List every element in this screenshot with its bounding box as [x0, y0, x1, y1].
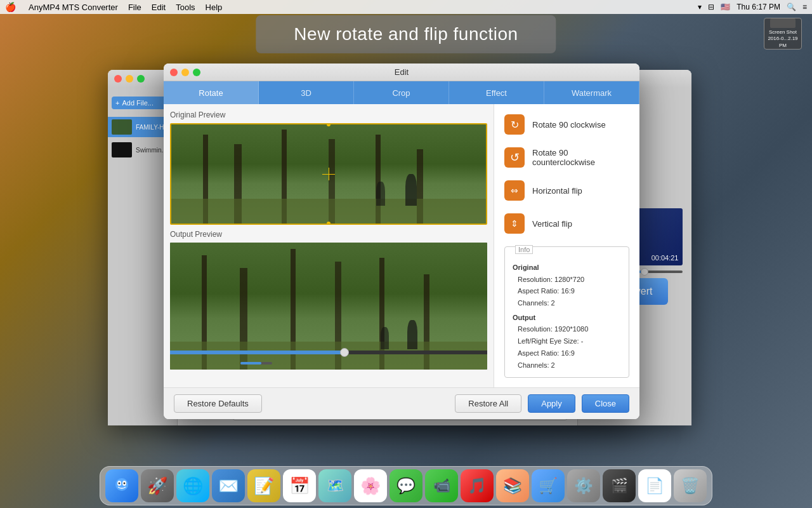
- rotate-cw-icon: ↻: [504, 114, 525, 135]
- rotate-ccw-option[interactable]: ↺ Rotate 90 counterclockwise: [504, 147, 629, 168]
- edit-content-area: Original Preview: [164, 104, 639, 387]
- menubar-right: ▾ ⊟ 🇺🇸 Thu 6:17 PM 🔍 ≡: [698, 3, 807, 11]
- dock-icon-systemprefs[interactable]: ⚙️: [567, 469, 600, 502]
- video-progress-thumb[interactable]: [340, 348, 349, 357]
- edit-tab-bar: Rotate 3D Crop Effect Watermark: [164, 81, 639, 104]
- dock-icon-photos[interactable]: 🌸: [354, 469, 387, 502]
- bg-preview-time: 00:04:21: [652, 254, 679, 262]
- edit-maximize-btn[interactable]: [193, 69, 200, 76]
- dock-icon-notes[interactable]: 📝: [247, 469, 280, 502]
- original-info-title: Original: [513, 262, 621, 274]
- dock-icon-document[interactable]: 📄: [638, 469, 671, 502]
- dock: 🚀 🌐 ✉️ 📝 📅 🗺️ 🌸 💬 📹 🎵 📚 🛒 ⚙️ 🎬 📄 🗑️: [100, 466, 712, 505]
- output-info-title: Output: [513, 312, 621, 324]
- volume-bar[interactable]: [240, 362, 272, 364]
- bg-maximize-btn[interactable]: [137, 75, 145, 83]
- apple-menu[interactable]: 🍎: [5, 2, 16, 12]
- edit-traffic-lights: [170, 69, 200, 76]
- edit-dialog-title: Edit: [395, 67, 409, 77]
- search-icon[interactable]: 🔍: [787, 3, 796, 11]
- menu-file[interactable]: File: [128, 3, 141, 12]
- h-flip-option[interactable]: ⇔ Horizontal flip: [504, 180, 629, 201]
- dock-icon-finder[interactable]: [105, 469, 138, 502]
- v-flip-option[interactable]: ⇕ Vertical flip: [504, 213, 629, 234]
- screenshot-label: Screen Shot2016-0...2.19 PM: [764, 29, 801, 49]
- h-flip-label: Horizontal flip: [532, 186, 582, 196]
- original-preview-label: Original Preview: [170, 110, 487, 119]
- output-channels: Channels: 2: [513, 359, 621, 371]
- original-preview-section: Original Preview: [170, 110, 487, 225]
- tab-watermark[interactable]: Watermark: [544, 81, 639, 104]
- tab-crop[interactable]: Crop: [354, 81, 449, 104]
- output-info: Output Resolution: 1920*1080 Left/Right …: [513, 312, 621, 371]
- dock-icon-launchpad[interactable]: 🚀: [141, 469, 174, 502]
- clock: Thu 6:17 PM: [737, 3, 780, 11]
- edit-titlebar: Edit: [164, 64, 639, 81]
- dock-icon-calendar[interactable]: 📅: [283, 469, 316, 502]
- bg-minimize-btn[interactable]: [126, 75, 133, 83]
- h-flip-icon: ⇔: [504, 180, 525, 201]
- output-preview-section: Output Preview: [170, 230, 487, 370]
- corner-dot-bottom: [327, 222, 331, 225]
- corner-markers: [171, 124, 486, 224]
- notification-icon[interactable]: ≡: [802, 3, 807, 11]
- edit-close-btn[interactable]: [170, 69, 178, 76]
- original-channels: Channels: 2: [513, 297, 621, 309]
- rotate-cw-option[interactable]: ↻ Rotate 90 clockwise: [504, 114, 629, 135]
- corner-dot-top: [327, 123, 331, 126]
- output-preview-video: ⏮ ▶ ⏭ ■ ⏭ 🔊 00:02:37/00:04:21: [170, 243, 487, 370]
- wifi-icon: ▾: [698, 3, 702, 11]
- output-resolution: Resolution: 1920*1080: [513, 323, 621, 335]
- headline-text: New rotate and flip function: [294, 24, 518, 44]
- rotate-ccw-label: Rotate 90 counterclockwise: [532, 148, 629, 167]
- apply-button[interactable]: Apply: [528, 394, 575, 413]
- info-section: Info Original Resolution: 1280*720 Aspec…: [504, 246, 629, 378]
- svg-point-0: [115, 478, 128, 491]
- edit-bottom-bar: Restore Defaults Restore All Apply Close: [164, 387, 639, 419]
- flag-icon: 🇺🇸: [721, 3, 730, 11]
- svg-point-3: [119, 483, 121, 485]
- file-name-2: Swimmin...: [136, 147, 167, 154]
- tab-rotate[interactable]: Rotate: [164, 81, 259, 104]
- dock-icon-appstore[interactable]: 🛒: [532, 469, 565, 502]
- close-button[interactable]: Close: [582, 394, 629, 413]
- edit-minimize-btn[interactable]: [181, 69, 189, 76]
- original-preview-video: [170, 123, 487, 225]
- video-progress-bar[interactable]: [170, 351, 487, 354]
- dock-icon-claquette[interactable]: 🎬: [603, 469, 636, 502]
- dock-icon-safari[interactable]: 🌐: [176, 469, 209, 502]
- dock-icon-music[interactable]: 🎵: [461, 469, 494, 502]
- output-aspect: Aspect Ratio: 16:9: [513, 347, 621, 359]
- tab-3d[interactable]: 3D: [259, 81, 354, 104]
- original-info: Original Resolution: 1280*720 Aspect Rat…: [513, 262, 621, 309]
- v-flip-icon: ⇕: [504, 213, 525, 234]
- rotate-options-panel: ↻ Rotate 90 clockwise ↺ Rotate 90 counte…: [494, 104, 639, 387]
- svg-point-4: [124, 483, 126, 485]
- restore-all-button[interactable]: Restore All: [455, 394, 521, 413]
- headline-banner: New rotate and flip function: [256, 15, 556, 53]
- preview-area: Original Preview: [164, 104, 494, 387]
- video-progress-fill: [170, 351, 344, 354]
- battery-icon: ⊟: [708, 3, 714, 11]
- menu-edit[interactable]: Edit: [152, 3, 166, 12]
- rotate-cw-label: Rotate 90 clockwise: [532, 120, 606, 130]
- app-name: AnyMP4 MTS Converter: [29, 3, 118, 12]
- dock-icon-maps[interactable]: 🗺️: [318, 469, 351, 502]
- edit-dialog: Edit Rotate 3D Crop Effect Watermark Ori…: [164, 64, 639, 419]
- restore-defaults-button[interactable]: Restore Defaults: [174, 394, 262, 413]
- menu-help[interactable]: Help: [206, 3, 223, 12]
- menubar: 🍎 AnyMP4 MTS Converter File Edit Tools H…: [0, 0, 812, 14]
- dock-icon-mail[interactable]: ✉️: [212, 469, 245, 502]
- dock-icon-books[interactable]: 📚: [496, 469, 529, 502]
- menu-tools[interactable]: Tools: [176, 3, 195, 12]
- dock-icon-facetime[interactable]: 📹: [425, 469, 458, 502]
- dock-icon-trash[interactable]: 🗑️: [674, 469, 707, 502]
- output-eye-size: Left/Right Eye Size: -: [513, 335, 621, 347]
- dock-icon-messages[interactable]: 💬: [390, 469, 422, 502]
- rotate-ccw-icon: ↺: [504, 147, 525, 168]
- v-flip-label: Vertical flip: [532, 219, 572, 229]
- tab-effect[interactable]: Effect: [449, 81, 544, 104]
- original-aspect: Aspect Ratio: 16:9: [513, 285, 621, 297]
- bg-close-btn[interactable]: [114, 75, 122, 83]
- volume-fill: [240, 362, 261, 364]
